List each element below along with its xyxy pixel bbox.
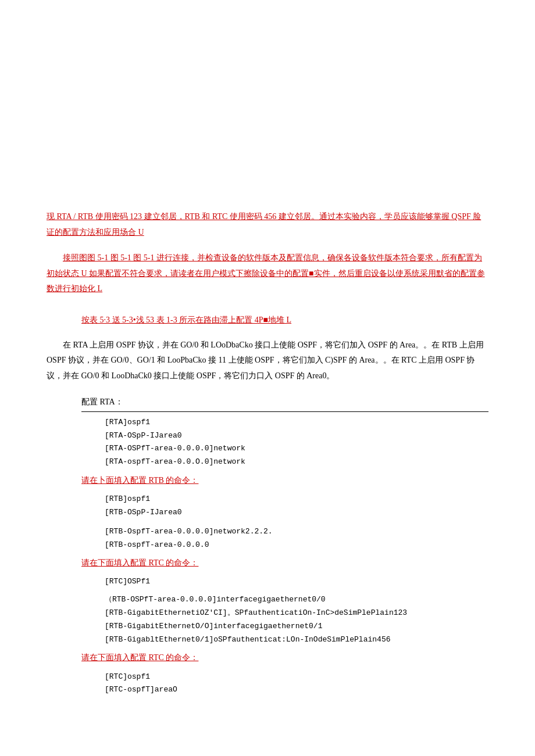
- rtb-cmd2-2: [RTB-ospfT-area-0.0.0.0: [105, 539, 488, 551]
- rta-commands-block: [RTA]ospf1 [RTA-OSpP-IJarea0 [RTA-OSPfT-…: [47, 417, 488, 468]
- rta-cmd-2: [RTA-OSpP-IJarea0: [105, 430, 488, 442]
- spacer-3: [47, 520, 488, 526]
- intro-text: 现 RTA / RTB 使用密码 123 建立邻居，RTB 和 RTC 使用密码…: [47, 212, 481, 237]
- rtb-area-cmd-4: [RTB-GigabltEthernet0/1]oSPfauthenticat:…: [105, 634, 488, 646]
- spacer-2: [47, 331, 488, 338]
- sub-paragraph-1-text: 接照图图 5-1 图 5-1 图 5-1 进行连接，并检查设备的软件版本及配置信…: [47, 253, 485, 293]
- rtc-commands-2-block: [RTC]ospf1 [RTC-ospfT]areaO: [47, 671, 488, 697]
- rtb-area-cmd-2: [RTB-GigabitEthernetiOZ'CI]。SPfauthentic…: [105, 607, 488, 619]
- sub-paragraph-2-section: 按表 5·3 送 5-3•浅 53 表 1-3 所示在路由滞上配置 4P■地堆 …: [81, 313, 488, 327]
- ospf-description-section: 在 RTA 上启用 OSPF 协议，并在 GO/0 和 LOoDbaCko 接口…: [47, 338, 488, 384]
- rtc-cmd2-1: [RTC]ospf1: [105, 671, 488, 683]
- rtb-commands-1-block: [RTB]ospf1 [RTB-OSpP-IJarea0: [47, 493, 488, 519]
- rtb-area-cmd-1: （RTB-OSPfT-area-0.0.0.0]interfacegigaeth…: [105, 594, 488, 606]
- rtc-commands-1-block: [RTC]OSPf1: [47, 576, 488, 588]
- ospf-description-text: 在 RTA 上启用 OSPF 协议，并在 GO/0 和 LOoDbaCko 接口…: [47, 338, 488, 384]
- config-rta-label: 配置 RTA：: [81, 395, 488, 412]
- rta-divider: [81, 411, 488, 412]
- rta-cmd-4: [RTA-ospfT-area-0.0.O.0]network: [105, 456, 488, 468]
- spacer-4: [47, 589, 488, 594]
- config-rta-label-text: 配置 RTA：: [81, 397, 123, 406]
- sub-paragraph-1-section: 接照图图 5-1 图 5-1 图 5-1 进行连接，并检查设备的软件版本及配置信…: [47, 250, 488, 297]
- sub-paragraph-2-text: 按表 5·3 送 5-3•浅 53 表 1-3 所示在路由滞上配置 4P■地堆 …: [81, 316, 291, 324]
- prompt-rtc-2-text: 请在下面填入配置 RTC 的命令：: [81, 653, 198, 662]
- prompt-rtc-2: 请在下面填入配置 RTC 的命令：: [81, 650, 488, 665]
- rtb-cmd1-2: [RTB-OSpP-IJarea0: [105, 507, 488, 519]
- spacer-1: [47, 303, 488, 313]
- intro-paragraph: 现 RTA / RTB 使用密码 123 建立邻居，RTB 和 RTC 使用密码…: [47, 209, 488, 240]
- top-spacer: [47, 23, 488, 209]
- rtb-cmd1-1: [RTB]ospf1: [105, 493, 488, 506]
- rta-cmd-1: [RTA]ospf1: [105, 417, 488, 429]
- intro-section: 现 RTA / RTB 使用密码 123 建立邻居，RTB 和 RTC 使用密码…: [47, 209, 488, 240]
- rtb-area-cmd-3: [RTB-GigabitEthernetO/O]interfacegigaeth…: [105, 621, 488, 633]
- prompt-rtb-1-text: 请在卜面填入配置 RTB 的命令：: [81, 476, 198, 485]
- rtc-cmd2-2: [RTC-ospfT]areaO: [105, 684, 488, 696]
- prompt-rtc-1-text: 请在下面填入配置 RTC 的命令：: [81, 558, 198, 567]
- rtc-cmd1-1: [RTC]OSPf1: [105, 576, 488, 588]
- rtb-area-commands-block: （RTB-OSPfT-area-0.0.0.0]interfacegigaeth…: [47, 594, 488, 646]
- rtb-cmd2-1: [RTB-OspfT-area-0.0.0.0]network2.2.2.: [105, 526, 488, 538]
- rta-cmd-3: [RTA-OSPfT-area-0.0.0.0]network: [105, 443, 488, 455]
- prompt-rtc-1: 请在下面填入配置 RTC 的命令：: [81, 556, 488, 570]
- rtb-commands-2-block: [RTB-OspfT-area-0.0.0.0]network2.2.2. [R…: [47, 526, 488, 551]
- prompt-rtb-1: 请在卜面填入配置 RTB 的命令：: [81, 473, 488, 488]
